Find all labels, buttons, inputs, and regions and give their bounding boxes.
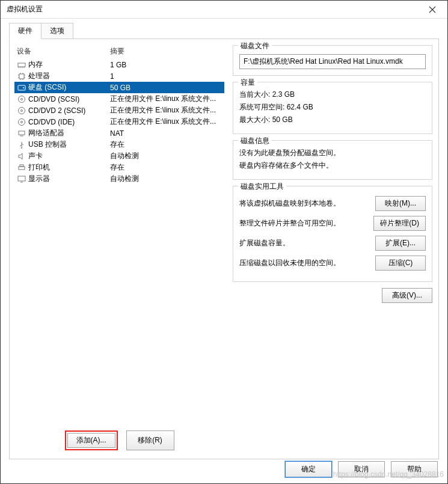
device-row-network[interactable]: 网络适配器 NAT — [14, 127, 224, 139]
device-row-cd1[interactable]: CD/DVD (SCSI) 正在使用文件 E:\linux 系统文件... — [14, 93, 224, 105]
device-name: 处理器 — [28, 71, 110, 81]
cd-icon — [17, 118, 26, 126]
device-summary: 存在 — [110, 139, 222, 150]
util-map-text: 将该虚拟机磁盘映射到本地卷。 — [239, 198, 370, 209]
util-compact-button[interactable]: 压缩(C) — [375, 256, 426, 271]
util-map-button[interactable]: 映射(M)... — [375, 196, 426, 211]
group-title: 磁盘文件 — [238, 41, 272, 51]
svg-point-3 — [23, 87, 24, 88]
capacity-current: 当前大小: 2.3 GB — [239, 90, 426, 100]
svg-point-9 — [21, 121, 23, 123]
device-row-display[interactable]: 显示器 自动检测 — [14, 173, 224, 185]
remove-button[interactable]: 移除(R) — [126, 430, 174, 450]
device-name: 声卡 — [28, 151, 110, 161]
util-defrag-text: 整理文件碎片并整合可用空间。 — [239, 218, 369, 228]
group-title: 磁盘信息 — [238, 136, 272, 146]
device-name: 内存 — [28, 60, 110, 70]
disk-info-line1: 没有为此硬盘预分配磁盘空间。 — [239, 148, 426, 158]
device-row-sound[interactable]: 声卡 自动检测 — [14, 150, 224, 162]
tab-hardware[interactable]: 硬件 — [9, 23, 41, 39]
label: 最大大小: — [239, 115, 270, 124]
advanced-row: 高级(V)... — [233, 288, 432, 303]
util-defrag-button[interactable]: 碎片整理(D) — [373, 216, 426, 231]
device-name: CD/DVD 2 (SCSI) — [28, 106, 110, 115]
ok-button[interactable]: 确定 — [285, 461, 332, 477]
group-disk-file: 磁盘文件 F:\虚拟机系统\Red Hat Linux\Red Hat Linu… — [233, 45, 432, 76]
device-row-cpu[interactable]: 处理器 1 — [14, 70, 224, 82]
device-summary: 正在使用文件 E:\linux 系统文件... — [110, 105, 222, 115]
detail-panel: 磁盘文件 F:\虚拟机系统\Red Hat Linux\Red Hat Linu… — [229, 39, 438, 459]
cancel-button[interactable]: 取消 — [338, 461, 385, 477]
col-device: 设备 — [17, 46, 110, 57]
device-name: CD/DVD (IDE) — [28, 118, 110, 126]
close-icon — [429, 6, 436, 13]
capacity-free: 系统可用空间: 62.4 GB — [239, 102, 426, 112]
device-name: CD/DVD (SCSI) — [28, 95, 110, 103]
cd-icon — [17, 95, 26, 103]
advanced-button[interactable]: 高级(V)... — [382, 288, 432, 303]
tabstrip: 硬件 选项 — [1, 19, 447, 38]
device-row-printer[interactable]: 打印机 存在 — [14, 162, 224, 173]
titlebar: 虚拟机设置 — [1, 1, 447, 19]
cpu-icon — [17, 72, 26, 81]
device-row-disk[interactable]: 硬盘 (SCSI) 50 GB — [14, 82, 224, 93]
device-row-memory[interactable]: 内存 1 GB — [14, 59, 224, 70]
group-title: 容量 — [238, 78, 257, 88]
group-title: 磁盘实用工具 — [238, 182, 286, 192]
value: 62.4 GB — [287, 103, 313, 111]
printer-icon — [17, 164, 26, 171]
network-icon — [17, 130, 26, 137]
device-summary: NAT — [110, 129, 222, 138]
device-summary: 存在 — [110, 162, 222, 173]
device-name: 显示器 — [28, 174, 110, 184]
sound-icon — [17, 153, 26, 160]
device-list-header: 设备 摘要 — [14, 45, 224, 59]
close-button[interactable] — [423, 1, 441, 19]
help-button[interactable]: 帮助 — [391, 461, 438, 477]
disk-info-line2: 硬盘内容存储在多个文件中。 — [239, 161, 426, 171]
device-row-usb[interactable]: USB 控制器 存在 — [14, 139, 224, 150]
label: 当前大小: — [239, 90, 270, 99]
util-compact-text: 压缩磁盘以回收未使用的空间。 — [239, 258, 370, 268]
add-button-highlight: 添加(A)... — [65, 430, 118, 450]
svg-rect-0 — [18, 63, 25, 67]
group-capacity: 容量 当前大小: 2.3 GB 系统可用空间: 62.4 GB 最大大小: 50… — [233, 82, 432, 134]
util-expand-button[interactable]: 扩展(E)... — [375, 236, 426, 251]
memory-icon — [17, 61, 26, 69]
device-list: 设备 摘要 内存 1 GB 处理器 1 硬盘 (SCSI) 50 GB CD/D — [14, 45, 224, 424]
svg-point-7 — [21, 109, 23, 111]
svg-rect-13 — [20, 165, 23, 167]
add-button[interactable]: 添加(A)... — [67, 433, 115, 448]
device-summary: 50 GB — [110, 84, 222, 92]
capacity-max: 最大大小: 50 GB — [239, 115, 426, 125]
group-disk-info: 磁盘信息 没有为此硬盘预分配磁盘空间。 硬盘内容存储在多个文件中。 — [233, 140, 432, 180]
svg-rect-12 — [19, 167, 25, 170]
tab-options[interactable]: 选项 — [41, 23, 73, 39]
svg-rect-2 — [18, 85, 25, 90]
group-utils: 磁盘实用工具 将该虚拟机磁盘映射到本地卷。 映射(M)... 整理文件碎片并整合… — [233, 186, 432, 282]
content-area: 设备 摘要 内存 1 GB 处理器 1 硬盘 (SCSI) 50 GB CD/D — [9, 38, 439, 459]
value: 50 GB — [272, 115, 293, 124]
disk-icon — [17, 84, 26, 91]
device-row-cd2[interactable]: CD/DVD 2 (SCSI) 正在使用文件 E:\linux 系统文件... — [14, 105, 224, 116]
device-name: 网络适配器 — [28, 128, 110, 138]
value: 2.3 GB — [272, 90, 295, 99]
disk-file-path[interactable]: F:\虚拟机系统\Red Hat Linux\Red Hat Linux.vmd… — [239, 54, 426, 69]
device-panel: 设备 摘要 内存 1 GB 处理器 1 硬盘 (SCSI) 50 GB CD/D — [10, 39, 229, 459]
device-summary: 正在使用文件 E:\linux 系统文件... — [110, 94, 222, 104]
svg-point-4 — [19, 96, 25, 102]
svg-rect-1 — [19, 74, 24, 79]
device-name: 硬盘 (SCSI) — [28, 82, 110, 93]
dialog-buttons: 确定 取消 帮助 — [285, 461, 438, 477]
device-name: USB 控制器 — [28, 139, 110, 150]
device-row-cd3[interactable]: CD/DVD (IDE) 正在使用文件 E:\linux 系统文件... — [14, 116, 224, 127]
svg-point-11 — [21, 147, 22, 149]
display-icon — [17, 176, 26, 183]
device-buttons: 添加(A)... 移除(R) — [14, 424, 224, 453]
cd-icon — [17, 106, 26, 115]
device-name: 打印机 — [28, 162, 110, 173]
label: 系统可用空间: — [239, 103, 284, 111]
usb-icon — [17, 141, 26, 149]
svg-point-6 — [19, 107, 25, 114]
svg-point-8 — [19, 118, 25, 125]
